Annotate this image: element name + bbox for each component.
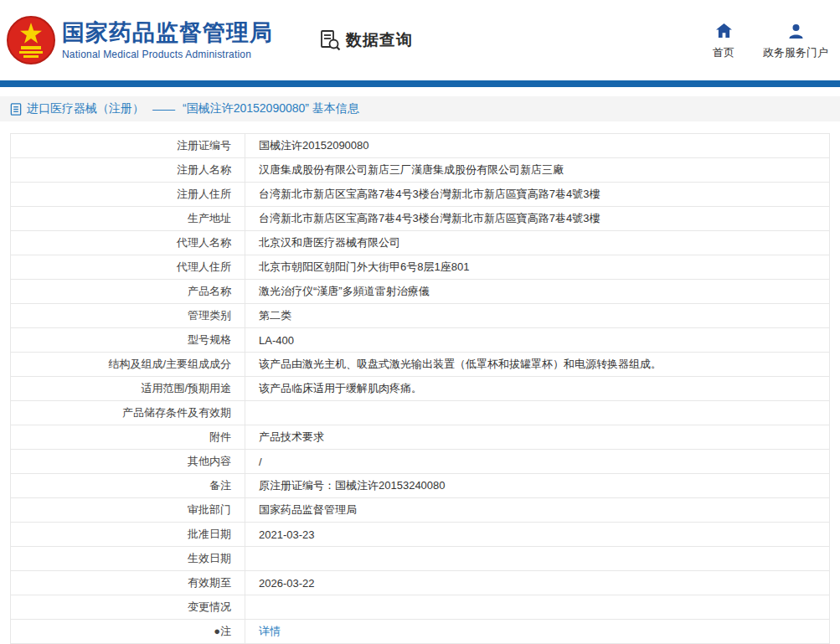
registration-info-table-wrap: 注册证编号国械注许20152090080注册人名称汉唐集成股份有限公司新店三厂漢… (10, 133, 830, 644)
table-row: 产品储存条件及有效期 (11, 401, 830, 425)
home-icon (716, 23, 732, 39)
row-label: 产品储存条件及有效期 (11, 401, 245, 425)
row-label: 生效日期 (11, 547, 245, 571)
row-value: 2021-03-23 (245, 523, 830, 547)
row-label: 结构及组成/主要组成成分 (11, 353, 245, 377)
row-value: 2026-03-22 (245, 571, 830, 595)
nav-home[interactable]: 首页 (713, 23, 734, 60)
row-value: 激光治疗仪“漢唐”多頻道雷射治療儀 (245, 280, 830, 304)
table-row: 代理人住所北京市朝阳区朝阳门外大街甲6号8层1座801 (11, 255, 830, 280)
table-row: 生效日期 (11, 547, 830, 571)
table-row: 型号规格LA-400 (11, 328, 830, 353)
row-label: 备注 (11, 474, 245, 498)
table-row: 适用范围/预期用途该产品临床适用于缓解肌肉疼痛。 (11, 377, 830, 401)
registration-info-table: 注册证编号国械注许20152090080注册人名称汉唐集成股份有限公司新店三厂漢… (10, 133, 830, 644)
table-row: 审批部门国家药品监督管理局 (11, 498, 830, 523)
row-value: LA-400 (245, 328, 830, 353)
data-query-module: 数据查询 (319, 29, 413, 51)
breadcrumb-separator: —— (152, 102, 174, 116)
row-label: 生产地址 (11, 207, 245, 231)
detail-link[interactable]: 详情 (259, 625, 281, 637)
row-label: 有效期至 (11, 571, 245, 595)
row-label: 注册人住所 (11, 183, 245, 207)
org-name-cn: 国家药品监督管理局 (62, 20, 273, 46)
row-label: 代理人住所 (11, 255, 245, 280)
table-row: 注册证编号国械注许20152090080 (11, 134, 830, 158)
user-icon (788, 23, 804, 39)
row-value: 该产品由激光主机、吸盘式激光输出装置（低罩杯和拔罐罩杯）和电源转换器组成。 (245, 353, 830, 377)
row-value: 国家药品监督管理局 (245, 498, 830, 523)
nav-home-label: 首页 (713, 45, 734, 60)
table-row: ●注详情 (11, 620, 830, 644)
row-value: 台湾新北市新店区宝高路7巷4号3楼台灣新北市新店區寶高路7巷4號3樓 (245, 207, 830, 231)
nav-portal[interactable]: 政务服务门户 (763, 23, 828, 60)
table-row: 备注原注册证编号：国械注许20153240080 (11, 474, 830, 498)
table-row: 变更情况 (11, 595, 830, 620)
row-value: 北京汉和唐医疗器械有限公司 (245, 231, 830, 255)
site-header: 国家药品监督管理局 National Medical Products Admi… (0, 0, 840, 80)
row-label: 注册人名称 (11, 158, 245, 183)
row-value: 该产品临床适用于缓解肌肉疼痛。 (245, 377, 830, 401)
page-title: “国械注许20152090080” 基本信息 (183, 101, 359, 116)
row-label: 型号规格 (11, 328, 245, 353)
row-value (245, 401, 830, 425)
table-row: 代理人名称北京汉和唐医疗器械有限公司 (11, 231, 830, 255)
row-value: 汉唐集成股份有限公司新店三厂漢唐集成股份有限公司新店三廠 (245, 158, 830, 183)
breadcrumb-section[interactable]: 进口医疗器械（注册） (27, 101, 144, 116)
row-value: 国械注许20152090080 (245, 134, 830, 158)
row-value: 北京市朝阳区朝阳门外大街甲6号8层1座801 (245, 255, 830, 280)
table-row: 有效期至2026-03-22 (11, 571, 830, 595)
data-query-label: 数据查询 (346, 29, 413, 51)
row-label: ●注 (11, 620, 245, 644)
row-label: 管理类别 (11, 304, 245, 328)
nav-portal-label: 政务服务门户 (763, 45, 828, 60)
table-row: 生产地址台湾新北市新店区宝高路7巷4号3楼台灣新北市新店區寶高路7巷4號3樓 (11, 207, 830, 231)
breadcrumb: 进口医疗器械（注册） —— “国械注许20152090080” 基本信息 (0, 96, 840, 121)
row-value (245, 547, 830, 571)
row-label: 代理人名称 (11, 231, 245, 255)
row-label: 注册证编号 (11, 134, 245, 158)
org-title-block: 国家药品监督管理局 National Medical Products Admi… (62, 20, 273, 60)
row-value: 产品技术要求 (245, 425, 830, 450)
row-label: 批准日期 (11, 523, 245, 547)
document-icon (10, 103, 22, 116)
row-value: 原注册证编号：国械注许20153240080 (245, 474, 830, 498)
info-table-body: 注册证编号国械注许20152090080注册人名称汉唐集成股份有限公司新店三厂漢… (11, 134, 830, 644)
table-row: 附件产品技术要求 (11, 425, 830, 450)
row-value: 台湾新北市新店区宝高路7巷4号3楼台灣新北市新店區寶高路7巷4號3樓 (245, 183, 830, 207)
table-row: 批准日期2021-03-23 (11, 523, 830, 547)
table-row: 产品名称激光治疗仪“漢唐”多頻道雷射治療儀 (11, 280, 830, 304)
row-label: 其他内容 (11, 450, 245, 474)
row-label: 审批部门 (11, 498, 245, 523)
row-value: 第二类 (245, 304, 830, 328)
table-row: 注册人住所台湾新北市新店区宝高路7巷4号3楼台灣新北市新店區寶高路7巷4號3樓 (11, 183, 830, 207)
row-value: / (245, 450, 830, 474)
national-emblem-icon (7, 14, 55, 66)
table-row: 管理类别第二类 (11, 304, 830, 328)
table-row: 其他内容/ (11, 450, 830, 474)
row-value: 详情 (245, 620, 830, 644)
row-value (245, 595, 830, 620)
row-label: 附件 (11, 425, 245, 450)
table-row: 注册人名称汉唐集成股份有限公司新店三厂漢唐集成股份有限公司新店三廠 (11, 158, 830, 183)
row-label: 适用范围/预期用途 (11, 377, 245, 401)
row-label: 产品名称 (11, 280, 245, 304)
header-divider-bar (0, 80, 840, 87)
row-label: 变更情况 (11, 595, 245, 620)
top-nav: 首页 政务服务门户 (713, 20, 828, 60)
table-row: 结构及组成/主要组成成分该产品由激光主机、吸盘式激光输出装置（低罩杯和拔罐罩杯）… (11, 353, 830, 377)
data-query-icon (319, 29, 341, 51)
org-name-en: National Medical Products Administration (62, 49, 273, 60)
